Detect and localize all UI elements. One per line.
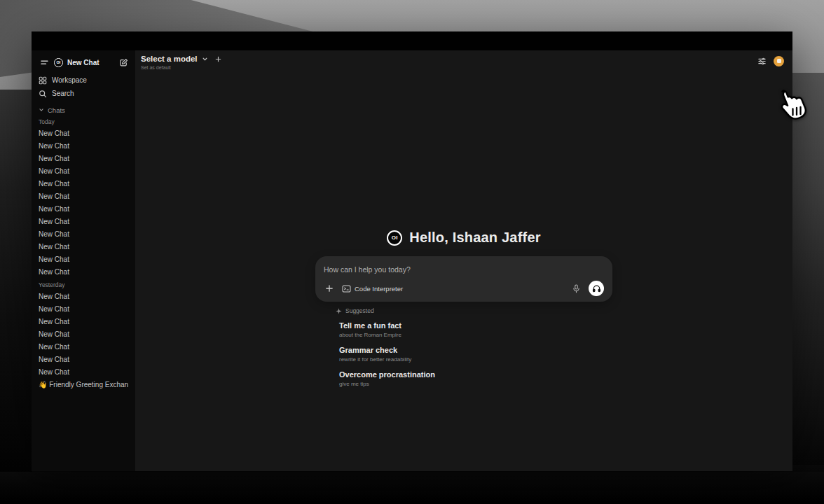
app-window: OI New Chat Workspace — [32, 31, 792, 471]
window-titlebar — [32, 31, 792, 50]
sidebar-item-search[interactable]: Search — [32, 87, 135, 100]
chat-list-item[interactable]: New Chat — [39, 153, 128, 165]
sidebar-item-label: Workspace — [52, 76, 87, 84]
suggested-prompt[interactable]: Grammar checkrewrite it for better reada… — [336, 346, 612, 363]
chat-list-item[interactable]: 👋 Friendly Greeting Exchange — [39, 379, 128, 391]
suggested-prompt[interactable]: Overcome procrastinationgive me tips — [336, 370, 612, 388]
sidebar-title: New Chat — [67, 59, 114, 66]
suggested-header: Suggested — [336, 307, 612, 314]
chats-section-label: Chats — [48, 106, 65, 114]
app-logo-text: OI — [392, 234, 398, 241]
sidebar-item-label: Search — [52, 90, 74, 97]
app-logo-text: OI — [56, 60, 60, 64]
add-model-icon[interactable] — [215, 56, 221, 62]
headphones-icon — [592, 284, 601, 293]
sidebar-header: OI New Chat — [32, 54, 135, 71]
suggested-label: Suggested — [345, 307, 374, 314]
suggested-prompt-subtitle: rewrite it for better readability — [339, 356, 612, 363]
suggested-section: Suggested Tell me a fun factabout the Ro… — [315, 307, 612, 388]
chat-list-item[interactable]: New Chat — [39, 165, 128, 178]
message-composer[interactable]: Code Interpreter — [315, 256, 612, 302]
chat-list-item[interactable]: New Chat — [39, 228, 128, 241]
controls-settings-icon[interactable] — [756, 55, 767, 66]
chats-section-toggle[interactable]: Chats — [32, 104, 135, 115]
chat-list-item[interactable]: New Chat — [39, 241, 128, 253]
chat-list-item[interactable]: New Chat — [39, 140, 128, 153]
new-chat-icon[interactable] — [118, 57, 129, 68]
chat-list-item[interactable]: New Chat — [39, 366, 128, 379]
workspace-grid-icon — [39, 76, 47, 85]
chat-group-label: Yesterday — [39, 280, 128, 290]
chat-list-item[interactable]: New Chat — [39, 190, 128, 203]
chevron-down-icon — [39, 107, 44, 113]
suggested-prompt-title: Overcome procrastination — [339, 370, 612, 379]
app-logo-greeting-icon: OI — [387, 230, 402, 246]
chat-list-item[interactable]: New Chat — [39, 290, 128, 303]
code-interpreter-toggle[interactable]: Code Interpreter — [342, 285, 403, 293]
terminal-icon — [342, 285, 351, 293]
chat-list-item[interactable]: New Chat — [39, 216, 128, 228]
avatar-image — [777, 59, 781, 63]
sidebar-nav: Workspace Search — [32, 74, 135, 100]
wallpaper-shape — [0, 90, 32, 482]
sidebar: OI New Chat Workspace — [32, 50, 135, 471]
greeting-text: Hello, Ishaan Jaffer — [409, 230, 540, 246]
chat-group-list: TodayNew ChatNew ChatNew ChatNew ChatNew… — [32, 117, 135, 391]
sidebar-item-workspace[interactable]: Workspace — [32, 74, 135, 87]
chat-group-label: Today — [39, 117, 128, 127]
chat-list-item[interactable]: New Chat — [39, 328, 128, 341]
chat-list-item[interactable]: New Chat — [39, 354, 128, 366]
attach-plus-icon[interactable] — [324, 283, 335, 294]
model-chevron-down-icon[interactable] — [202, 56, 208, 62]
suggested-prompt-title: Grammar check — [339, 346, 612, 355]
search-icon — [39, 90, 47, 98]
suggested-prompt[interactable]: Tell me a fun factabout the Roman Empire — [336, 321, 612, 339]
chat-list-item[interactable]: New Chat — [39, 203, 128, 216]
topbar: Select a model Set as default — [135, 50, 792, 81]
suggested-list: Tell me a fun factabout the Roman Empire… — [336, 321, 612, 388]
chat-list-item[interactable]: New Chat — [39, 303, 128, 316]
wallpaper-shape — [792, 73, 824, 465]
code-interpreter-label: Code Interpreter — [355, 285, 403, 293]
sidebar-toggle-icon[interactable] — [39, 57, 50, 68]
model-selector[interactable]: Select a model — [141, 55, 198, 63]
main-content: Select a model Set as default — [135, 50, 792, 471]
suggested-prompt-subtitle: about the Roman Empire — [339, 331, 612, 339]
chat-list-item[interactable]: New Chat — [39, 341, 128, 354]
microphone-icon[interactable] — [570, 283, 582, 294]
chat-list-item[interactable]: New Chat — [39, 253, 128, 266]
voice-mode-button[interactable] — [589, 281, 604, 296]
suggested-prompt-subtitle: give me tips — [339, 380, 612, 388]
app-logo-icon: OI — [54, 58, 63, 67]
sparkle-icon — [336, 308, 342, 314]
chat-list-item[interactable]: New Chat — [39, 316, 128, 328]
chat-list-item[interactable]: New Chat — [39, 178, 128, 190]
chat-list-item[interactable]: New Chat — [39, 127, 128, 140]
set-as-default-link[interactable]: Set as default — [141, 65, 221, 70]
hero-section: OI Hello, Ishaan Jaffer — [315, 230, 612, 388]
user-avatar[interactable] — [774, 56, 784, 66]
suggested-prompt-title: Tell me a fun fact — [339, 321, 612, 330]
chat-list-item[interactable]: New Chat — [39, 266, 128, 279]
message-input[interactable] — [324, 265, 604, 274]
wallpaper-shape — [0, 472, 824, 504]
